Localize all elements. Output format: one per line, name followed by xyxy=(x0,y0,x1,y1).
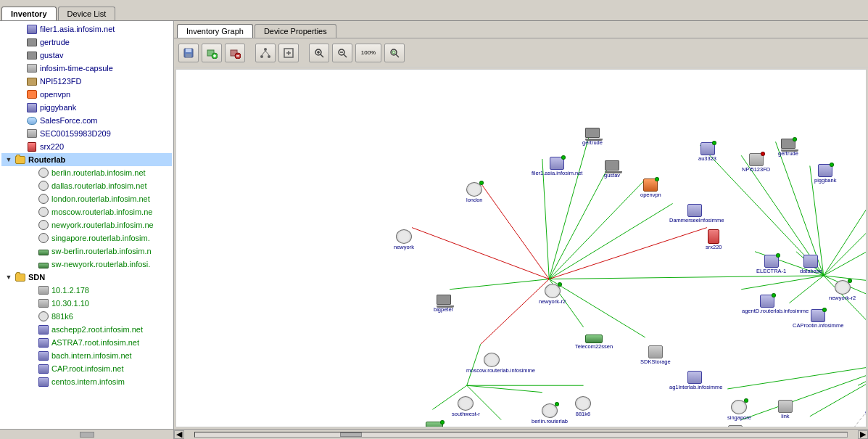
node-icon-filer1 xyxy=(26,24,38,34)
tree-label-SalesForce: SalesForce.com xyxy=(40,116,97,125)
tree-item-sw-newyork[interactable]: sw-newyork.routerlab.infosi. xyxy=(1,258,172,271)
bottom-scrollbar[interactable]: ◀ ▶ xyxy=(174,429,868,439)
tree-item-SEC00159983D209[interactable]: SEC00159983D209 xyxy=(1,127,172,140)
expand-icon-SDN[interactable]: ▼ xyxy=(4,274,13,281)
expand-icon-Routerlab[interactable]: ▼ xyxy=(4,156,13,163)
graph-node-n8[interactable]: DammerseeInfosimme xyxy=(669,204,720,223)
tree-item-ASTRA7[interactable]: ASTRA7.root.infosim.net xyxy=(1,336,172,349)
tree-view[interactable]: filer1.asia.infosim.net gertrude gustav … xyxy=(0,21,173,429)
svg-line-60 xyxy=(727,361,866,389)
node-icon-sw-newyork xyxy=(38,259,49,269)
tree-item-NPI5123FD[interactable]: NPI5123FD xyxy=(1,75,172,88)
graph-node-n13[interactable]: agentD.routerlab.infosimme xyxy=(742,295,793,314)
tree-item-london[interactable]: london.routerlab.infosim.net xyxy=(1,192,172,205)
graph-node-n30[interactable]: sw-berlin.router xyxy=(416,422,453,427)
sub-tab-inventory-graph[interactable]: Inventory Graph xyxy=(177,24,253,38)
zoom-in-button[interactable] xyxy=(309,44,329,62)
graph-node-n27[interactable]: gustav xyxy=(604,160,620,179)
graph-node-n15[interactable]: Telecom22ssen xyxy=(575,335,613,350)
save-button[interactable] xyxy=(178,44,199,62)
graph-node-hub1[interactable]: newyork-r2 xyxy=(539,284,566,305)
graph-node-n28[interactable]: moscow.routerlab.infosimme xyxy=(466,353,517,374)
graph-node-n34[interactable]: singapore xyxy=(727,400,751,421)
graph-node-n24[interactable]: newyork xyxy=(394,229,414,250)
node-icon-n5 xyxy=(781,139,795,150)
graph-node-n33[interactable]: 881k6 xyxy=(575,396,591,417)
expand-button[interactable] xyxy=(278,44,299,62)
tree-item-10.30.1.10[interactable]: 10.30.1.10 xyxy=(1,297,172,310)
graph-node-n6[interactable]: piggbank xyxy=(814,164,836,184)
tab-inventory[interactable]: Inventory xyxy=(1,7,57,20)
tree-item-singapore[interactable]: singapore.routerlab.infosim. xyxy=(1,231,172,245)
tree-item-gustav[interactable]: gustav xyxy=(1,49,172,62)
graph-node-n25[interactable]: london xyxy=(466,182,483,203)
svg-line-39 xyxy=(549,163,611,279)
tree-item-Routerlab[interactable]: ▼Routerlab xyxy=(1,153,172,166)
tree-item-10.1.2.178[interactable]: 10.1.2.178 xyxy=(1,284,172,297)
tree-item-dallas[interactable]: dallas.routerlab.infosim.net xyxy=(1,179,172,192)
tree-item-gertrude[interactable]: gertrude xyxy=(1,36,172,49)
node-icon-centos xyxy=(38,377,49,387)
graph-node-n14[interactable]: CAProotin.infosimme xyxy=(793,309,843,329)
tree-label-ASTRA7: ASTRA7.root.infosim.net xyxy=(51,338,139,347)
graph-node-n17[interactable]: ag1lnterlab.infosimme xyxy=(669,371,720,390)
zoom-out-button[interactable] xyxy=(332,44,352,62)
graph-node-n32[interactable]: berlin.routerlab xyxy=(532,403,568,424)
graph-node-n7[interactable]: openvpn xyxy=(640,179,661,198)
tree-item-infosim-time-capsule[interactable]: infosim-time-capsule xyxy=(1,62,172,75)
tree-item-aschepp2[interactable]: aschepp2.root.infosim.net xyxy=(1,323,172,336)
node-icon-SDN xyxy=(15,272,26,282)
tree-item-moscow[interactable]: moscow.routerlab.infosim.ne xyxy=(1,205,172,218)
graph-node-n10[interactable]: bigpeter xyxy=(434,295,453,313)
graph-node-n16[interactable]: SDKStorage xyxy=(640,345,671,365)
graph-node-n9[interactable]: srx220 xyxy=(706,229,722,250)
node-icon-n14 xyxy=(811,309,825,322)
node-icon-dallas xyxy=(38,181,49,191)
graph-node-n41[interactable]: link xyxy=(778,400,793,419)
tree-item-newyork[interactable]: newyork.routerlab.infosim.ne xyxy=(1,218,172,231)
tree-item-piggybank[interactable]: piggybank xyxy=(1,101,172,114)
tree-item-881k6[interactable]: 881k6 xyxy=(1,310,172,323)
node-icon-moscow xyxy=(38,207,49,217)
graph-node-n5[interactable]: gertrude xyxy=(778,139,798,157)
horizontal-scroll-track[interactable] xyxy=(194,432,848,438)
tree-item-SalesForce[interactable]: SalesForce.com xyxy=(1,114,172,127)
tree-label-CAP: CAP.root.infosim.net xyxy=(51,364,123,373)
tree-item-sw-berlin[interactable]: sw-berlin.routerlab.infosim.n xyxy=(1,245,172,258)
node-label-hub2: newyork-r2 xyxy=(829,295,856,301)
graph-node-n4[interactable]: NPI5123FD xyxy=(742,153,770,173)
graph-node-n11[interactable]: ELECTRA-1 xyxy=(756,255,786,274)
node-icon-n41 xyxy=(778,400,793,413)
tree-label-10.1.2.178: 10.1.2.178 xyxy=(51,286,89,295)
graph-node-n29[interactable]: southwest-r xyxy=(452,396,480,417)
graph-node-n40[interactable]: idemia xyxy=(727,425,743,427)
svg-line-63 xyxy=(830,361,866,427)
graph-node-n12[interactable]: database xyxy=(800,255,822,274)
tree-item-CAP[interactable]: CAP.root.infosim.net xyxy=(1,362,172,375)
graph-node-n39[interactable]: singen.routerlab.infosimme xyxy=(865,396,866,416)
tab-device-list[interactable]: Device List xyxy=(58,7,116,20)
zoom-fit-button[interactable] xyxy=(384,44,405,62)
graph-area[interactable]: filer1.asia.infosim.net gertrude au3323 … xyxy=(175,69,867,427)
tree-item-srx220[interactable]: srx220 xyxy=(1,140,172,153)
layout-button[interactable] xyxy=(255,44,276,62)
tree-item-openvpn[interactable]: openvpn xyxy=(1,88,172,101)
right-panel: Inventory Graph Device Properties xyxy=(174,21,868,439)
graph-node-n1[interactable]: filer1.asia.infosim.net xyxy=(532,157,582,176)
tree-item-bach[interactable]: bach.intern.infosim.net xyxy=(1,349,172,362)
add-device-button[interactable] xyxy=(202,44,222,62)
node-icon-n27 xyxy=(605,160,619,172)
tree-item-SDN[interactable]: ▼SDN xyxy=(1,271,172,284)
left-horizontal-scrollbar[interactable] xyxy=(0,429,173,439)
tree-item-berlin[interactable]: berlin.routerlab.infosim.net xyxy=(1,166,172,179)
delete-button[interactable] xyxy=(225,44,245,62)
graph-node-hub2[interactable]: newyork-r2 xyxy=(829,280,856,301)
sub-tab-device-properties[interactable]: Device Properties xyxy=(255,24,336,38)
tree-item-centos[interactable]: centos.intern.infosim xyxy=(1,375,172,388)
graph-node-n3[interactable]: au3323 xyxy=(698,142,716,162)
graph-node-n2[interactable]: gertrude xyxy=(582,128,603,146)
tree-label-london: london.routerlab.infosim.net xyxy=(51,194,150,203)
zoom-100-button[interactable]: 100% xyxy=(355,44,381,62)
svg-line-26 xyxy=(396,54,399,57)
tree-item-filer1[interactable]: filer1.asia.infosim.net xyxy=(1,22,172,36)
